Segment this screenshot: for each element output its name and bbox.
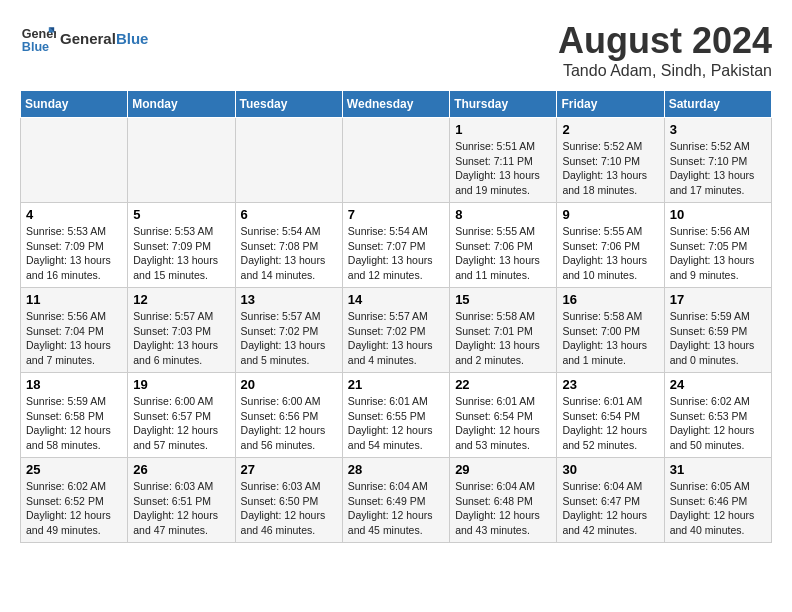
calendar-cell: 18Sunrise: 5:59 AM Sunset: 6:58 PM Dayli…	[21, 373, 128, 458]
day-info: Sunrise: 5:57 AM Sunset: 7:03 PM Dayligh…	[133, 309, 229, 368]
day-number: 31	[670, 462, 766, 477]
day-info: Sunrise: 6:02 AM Sunset: 6:52 PM Dayligh…	[26, 479, 122, 538]
day-info: Sunrise: 5:52 AM Sunset: 7:10 PM Dayligh…	[562, 139, 658, 198]
logo-text: GeneralBlue	[60, 30, 148, 47]
day-number: 25	[26, 462, 122, 477]
week-row-1: 1Sunrise: 5:51 AM Sunset: 7:11 PM Daylig…	[21, 118, 772, 203]
calendar-cell: 27Sunrise: 6:03 AM Sunset: 6:50 PM Dayli…	[235, 458, 342, 543]
day-info: Sunrise: 6:01 AM Sunset: 6:54 PM Dayligh…	[562, 394, 658, 453]
day-info: Sunrise: 6:02 AM Sunset: 6:53 PM Dayligh…	[670, 394, 766, 453]
day-number: 12	[133, 292, 229, 307]
page-title: August 2024	[558, 20, 772, 62]
day-number: 29	[455, 462, 551, 477]
day-number: 13	[241, 292, 337, 307]
day-number: 23	[562, 377, 658, 392]
day-number: 30	[562, 462, 658, 477]
day-number: 9	[562, 207, 658, 222]
title-block: August 2024 Tando Adam, Sindh, Pakistan	[558, 20, 772, 80]
calendar-cell: 5Sunrise: 5:53 AM Sunset: 7:09 PM Daylig…	[128, 203, 235, 288]
day-number: 19	[133, 377, 229, 392]
calendar-cell: 2Sunrise: 5:52 AM Sunset: 7:10 PM Daylig…	[557, 118, 664, 203]
calendar-cell: 11Sunrise: 5:56 AM Sunset: 7:04 PM Dayli…	[21, 288, 128, 373]
calendar-cell: 31Sunrise: 6:05 AM Sunset: 6:46 PM Dayli…	[664, 458, 771, 543]
day-info: Sunrise: 5:51 AM Sunset: 7:11 PM Dayligh…	[455, 139, 551, 198]
day-number: 14	[348, 292, 444, 307]
calendar-cell: 20Sunrise: 6:00 AM Sunset: 6:56 PM Dayli…	[235, 373, 342, 458]
calendar-cell: 14Sunrise: 5:57 AM Sunset: 7:02 PM Dayli…	[342, 288, 449, 373]
day-info: Sunrise: 5:54 AM Sunset: 7:08 PM Dayligh…	[241, 224, 337, 283]
column-header-tuesday: Tuesday	[235, 91, 342, 118]
logo-icon: General Blue	[20, 20, 56, 56]
column-header-saturday: Saturday	[664, 91, 771, 118]
day-info: Sunrise: 5:52 AM Sunset: 7:10 PM Dayligh…	[670, 139, 766, 198]
calendar-cell	[21, 118, 128, 203]
calendar-cell: 25Sunrise: 6:02 AM Sunset: 6:52 PM Dayli…	[21, 458, 128, 543]
calendar-cell: 16Sunrise: 5:58 AM Sunset: 7:00 PM Dayli…	[557, 288, 664, 373]
column-header-wednesday: Wednesday	[342, 91, 449, 118]
day-info: Sunrise: 6:00 AM Sunset: 6:56 PM Dayligh…	[241, 394, 337, 453]
day-number: 20	[241, 377, 337, 392]
calendar-cell	[235, 118, 342, 203]
day-info: Sunrise: 5:55 AM Sunset: 7:06 PM Dayligh…	[455, 224, 551, 283]
calendar-cell	[128, 118, 235, 203]
page-header: General Blue GeneralBlue August 2024 Tan…	[20, 20, 772, 80]
day-number: 3	[670, 122, 766, 137]
day-info: Sunrise: 5:56 AM Sunset: 7:05 PM Dayligh…	[670, 224, 766, 283]
calendar-cell: 26Sunrise: 6:03 AM Sunset: 6:51 PM Dayli…	[128, 458, 235, 543]
calendar-table: SundayMondayTuesdayWednesdayThursdayFrid…	[20, 90, 772, 543]
calendar-cell	[342, 118, 449, 203]
week-row-3: 11Sunrise: 5:56 AM Sunset: 7:04 PM Dayli…	[21, 288, 772, 373]
day-number: 28	[348, 462, 444, 477]
day-info: Sunrise: 5:58 AM Sunset: 7:00 PM Dayligh…	[562, 309, 658, 368]
column-header-thursday: Thursday	[450, 91, 557, 118]
day-info: Sunrise: 6:03 AM Sunset: 6:50 PM Dayligh…	[241, 479, 337, 538]
day-info: Sunrise: 6:04 AM Sunset: 6:47 PM Dayligh…	[562, 479, 658, 538]
calendar-cell: 3Sunrise: 5:52 AM Sunset: 7:10 PM Daylig…	[664, 118, 771, 203]
day-info: Sunrise: 5:56 AM Sunset: 7:04 PM Dayligh…	[26, 309, 122, 368]
week-row-2: 4Sunrise: 5:53 AM Sunset: 7:09 PM Daylig…	[21, 203, 772, 288]
calendar-cell: 9Sunrise: 5:55 AM Sunset: 7:06 PM Daylig…	[557, 203, 664, 288]
day-number: 17	[670, 292, 766, 307]
svg-text:Blue: Blue	[22, 40, 49, 54]
day-info: Sunrise: 5:54 AM Sunset: 7:07 PM Dayligh…	[348, 224, 444, 283]
column-header-monday: Monday	[128, 91, 235, 118]
day-info: Sunrise: 5:59 AM Sunset: 6:58 PM Dayligh…	[26, 394, 122, 453]
column-header-friday: Friday	[557, 91, 664, 118]
page-subtitle: Tando Adam, Sindh, Pakistan	[558, 62, 772, 80]
day-info: Sunrise: 6:00 AM Sunset: 6:57 PM Dayligh…	[133, 394, 229, 453]
day-number: 1	[455, 122, 551, 137]
day-number: 7	[348, 207, 444, 222]
day-info: Sunrise: 6:05 AM Sunset: 6:46 PM Dayligh…	[670, 479, 766, 538]
calendar-cell: 6Sunrise: 5:54 AM Sunset: 7:08 PM Daylig…	[235, 203, 342, 288]
day-number: 10	[670, 207, 766, 222]
day-number: 27	[241, 462, 337, 477]
week-row-5: 25Sunrise: 6:02 AM Sunset: 6:52 PM Dayli…	[21, 458, 772, 543]
day-info: Sunrise: 6:01 AM Sunset: 6:55 PM Dayligh…	[348, 394, 444, 453]
day-info: Sunrise: 5:53 AM Sunset: 7:09 PM Dayligh…	[133, 224, 229, 283]
logo: General Blue GeneralBlue	[20, 20, 148, 56]
day-info: Sunrise: 5:57 AM Sunset: 7:02 PM Dayligh…	[348, 309, 444, 368]
calendar-cell: 15Sunrise: 5:58 AM Sunset: 7:01 PM Dayli…	[450, 288, 557, 373]
calendar-cell: 28Sunrise: 6:04 AM Sunset: 6:49 PM Dayli…	[342, 458, 449, 543]
header-row: SundayMondayTuesdayWednesdayThursdayFrid…	[21, 91, 772, 118]
day-info: Sunrise: 6:01 AM Sunset: 6:54 PM Dayligh…	[455, 394, 551, 453]
day-number: 8	[455, 207, 551, 222]
day-info: Sunrise: 5:57 AM Sunset: 7:02 PM Dayligh…	[241, 309, 337, 368]
day-info: Sunrise: 5:55 AM Sunset: 7:06 PM Dayligh…	[562, 224, 658, 283]
day-number: 24	[670, 377, 766, 392]
day-info: Sunrise: 6:03 AM Sunset: 6:51 PM Dayligh…	[133, 479, 229, 538]
calendar-cell: 24Sunrise: 6:02 AM Sunset: 6:53 PM Dayli…	[664, 373, 771, 458]
day-info: Sunrise: 6:04 AM Sunset: 6:49 PM Dayligh…	[348, 479, 444, 538]
day-number: 15	[455, 292, 551, 307]
day-info: Sunrise: 5:53 AM Sunset: 7:09 PM Dayligh…	[26, 224, 122, 283]
calendar-cell: 8Sunrise: 5:55 AM Sunset: 7:06 PM Daylig…	[450, 203, 557, 288]
day-number: 6	[241, 207, 337, 222]
day-number: 18	[26, 377, 122, 392]
week-row-4: 18Sunrise: 5:59 AM Sunset: 6:58 PM Dayli…	[21, 373, 772, 458]
day-number: 21	[348, 377, 444, 392]
day-number: 4	[26, 207, 122, 222]
day-number: 5	[133, 207, 229, 222]
calendar-cell: 1Sunrise: 5:51 AM Sunset: 7:11 PM Daylig…	[450, 118, 557, 203]
day-info: Sunrise: 6:04 AM Sunset: 6:48 PM Dayligh…	[455, 479, 551, 538]
calendar-cell: 30Sunrise: 6:04 AM Sunset: 6:47 PM Dayli…	[557, 458, 664, 543]
